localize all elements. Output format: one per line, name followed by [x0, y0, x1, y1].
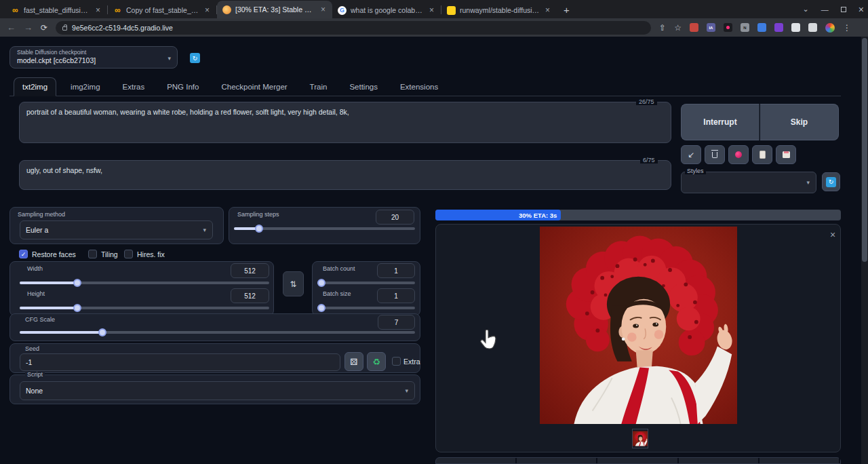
sampling-steps-value[interactable]: 20	[376, 210, 414, 225]
tab-img2img[interactable]: img2img	[62, 78, 108, 96]
negative-prompt-input[interactable]: ugly, out of shape, nsfw,	[19, 160, 671, 190]
swap-dimensions-button[interactable]: ⇅	[283, 271, 304, 296]
progress-fill: 30% ETA: 3s	[435, 210, 561, 220]
save-style-button[interactable]	[776, 145, 796, 164]
google-icon: G	[338, 6, 347, 15]
pink-dot-icon	[735, 151, 742, 158]
output-actions-row[interactable]	[435, 457, 841, 464]
extension-icon-red[interactable]	[690, 23, 698, 32]
forward-icon[interactable]: →	[24, 22, 33, 33]
tab-close-icon[interactable]: ×	[203, 5, 211, 15]
batch-count-value[interactable]: 1	[377, 263, 415, 278]
height-value[interactable]: 512	[231, 288, 269, 303]
chevron-down-icon: ▾	[806, 179, 810, 186]
checkpoint-dropdown[interactable]: Stable Diffusion checkpoint model.ckpt […	[9, 46, 178, 69]
address-bar[interactable]: 9e5e6cc2-c519-4dc5.gradio.live	[56, 21, 651, 35]
batch-size-slider[interactable]	[317, 304, 415, 312]
cfg-scale-value[interactable]: 7	[378, 315, 415, 330]
tiling-checkbox[interactable]	[88, 250, 97, 258]
width-value[interactable]: 512	[231, 263, 269, 278]
paste-params-button[interactable]: ↙	[681, 145, 701, 164]
check-icon: ✓	[21, 251, 26, 258]
bookmark-star-icon[interactable]: ☆	[674, 23, 682, 33]
extension-icon-ia[interactable]: IA	[707, 23, 715, 32]
extensions-puzzle-icon[interactable]	[791, 23, 800, 32]
styles-dropdown[interactable]: ▾	[681, 172, 816, 193]
random-seed-button[interactable]: ⚄	[344, 352, 363, 371]
tab-close-icon[interactable]: ×	[428, 5, 435, 15]
reload-icon[interactable]: ⟳	[41, 23, 47, 33]
gallery-thumbnail[interactable]	[632, 429, 648, 448]
window-maximize-button[interactable]	[841, 7, 846, 12]
width-label: Width	[27, 265, 43, 272]
sampling-method-value: Euler a	[26, 226, 48, 234]
apply-style-button[interactable]	[752, 145, 772, 164]
browser-tab-4[interactable]: G what is google colab - Googl ×	[332, 2, 441, 18]
batch-count-slider[interactable]	[317, 279, 415, 287]
checkpoint-refresh-button[interactable]: ↻	[190, 53, 200, 63]
tab-close-icon[interactable]: ×	[544, 5, 551, 15]
dice-icon: ⚄	[350, 357, 357, 367]
browser-tab-1[interactable]: ∞ fast_stable_diffusion_AUTOMA ×	[5, 2, 107, 18]
cfg-scale-slider[interactable]	[20, 328, 415, 336]
new-tab-button[interactable]: +	[564, 4, 570, 16]
profile-avatar[interactable]	[825, 23, 835, 33]
checkpoint-value: model.ckpt [cc6cb27103]	[17, 56, 170, 64]
reuse-seed-button[interactable]: ♻	[367, 352, 386, 371]
browser-tab-2[interactable]: ∞ Copy of fast_stable_diffusion_ ×	[108, 2, 216, 18]
restore-faces-checkbox[interactable]: ✓	[19, 250, 28, 258]
prompt-input[interactable]: portrait of a beautiful woman, wearing a…	[19, 102, 671, 143]
close-preview-icon[interactable]: ×	[830, 229, 835, 240]
seed-input[interactable]: -1	[20, 353, 340, 371]
window-minimize-button[interactable]: —	[821, 5, 829, 14]
swap-arrows-icon: ⇅	[290, 279, 296, 289]
sampling-method-dropdown[interactable]: Euler a ▾	[20, 220, 213, 239]
tab-png-info[interactable]: PNG Info	[159, 78, 207, 96]
restore-faces-label: Restore faces	[32, 250, 76, 258]
back-icon[interactable]: ←	[7, 22, 16, 33]
url-text[interactable]: 9e5e6cc2-c519-4dc5.gradio.live	[72, 24, 173, 32]
tab-checkpoint-merger[interactable]: Checkpoint Merger	[213, 78, 295, 96]
generated-image-preview[interactable]	[539, 227, 738, 424]
styles-refresh-button[interactable]: ↻	[822, 172, 840, 191]
skip-button[interactable]: Skip	[760, 104, 839, 140]
recycle-icon: ♻	[372, 357, 380, 367]
tab-search-icon[interactable]: ⌄	[803, 5, 809, 14]
scrollbar-thumb[interactable]	[862, 38, 867, 262]
page-scrollbar[interactable]	[861, 37, 868, 464]
script-dropdown[interactable]: None ▾	[20, 381, 415, 400]
tiling-label: Tiling	[101, 250, 118, 258]
browser-menu-icon[interactable]: ⋮	[843, 23, 851, 33]
tab-extensions[interactable]: Extensions	[392, 78, 446, 96]
extension-icon-n[interactable]: N	[741, 23, 749, 32]
extension-icon-dark-pink	[726, 26, 730, 29]
hires-fix-label: Hires. fix	[137, 250, 165, 258]
refresh-icon: ↻	[826, 177, 836, 187]
hires-fix-checkbox[interactable]	[124, 250, 133, 258]
tab-txt2img[interactable]: txt2img	[14, 77, 56, 96]
tab-extras[interactable]: Extras	[115, 78, 153, 96]
interrupt-button[interactable]: Interrupt	[681, 104, 760, 140]
hand-cursor	[479, 330, 498, 351]
width-slider[interactable]	[20, 279, 269, 287]
sampling-steps-slider[interactable]	[234, 225, 415, 233]
browser-tab-5[interactable]: runwayml/stable-diffusion-v1 ×	[441, 2, 557, 18]
extra-seed-checkbox[interactable]	[392, 357, 401, 366]
clear-prompt-button[interactable]	[705, 145, 725, 164]
tab-settings[interactable]: Settings	[341, 78, 386, 96]
tab-title: what is google colab - Googl	[351, 6, 424, 14]
batch-size-value[interactable]: 1	[377, 288, 415, 303]
extension-icon-blue[interactable]	[757, 23, 766, 32]
webui-tab-bar: txt2img img2img Extras PNG Info Checkpoi…	[9, 76, 841, 96]
tab-train[interactable]: Train	[302, 78, 336, 96]
colab-icon: ∞	[113, 6, 122, 15]
share-icon[interactable]: ⇧	[659, 23, 666, 33]
tab-close-icon[interactable]: ×	[94, 5, 102, 15]
browser-tab-3-active[interactable]: [30% ETA: 3s] Stable Diffusion ×	[217, 1, 332, 18]
window-close-button[interactable]: ×	[859, 4, 864, 15]
tab-close-icon[interactable]: ×	[319, 5, 327, 14]
extension-icon-purple[interactable]	[774, 23, 783, 32]
height-slider[interactable]	[20, 304, 269, 312]
extra-networks-button[interactable]	[728, 145, 749, 164]
side-panel-icon[interactable]	[808, 23, 817, 32]
